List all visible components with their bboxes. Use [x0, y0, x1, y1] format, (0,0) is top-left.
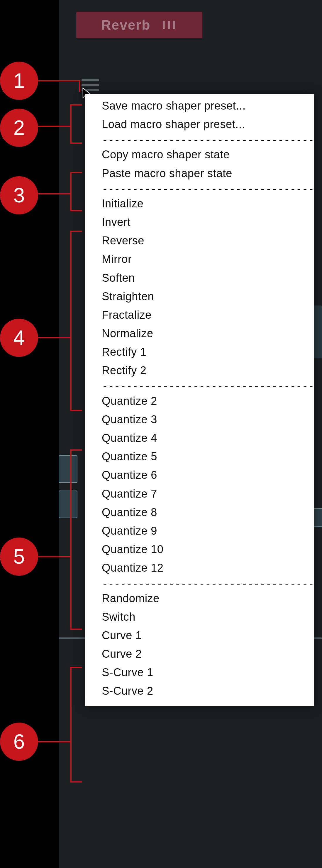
- effect-tab-reverb[interactable]: Reverb III: [76, 12, 202, 38]
- menu-item-straighten[interactable]: Straighten: [85, 287, 314, 306]
- menu-item-quantize-7[interactable]: Quantize 7: [85, 485, 314, 503]
- menu-separator: --------------------------------------: [85, 134, 314, 146]
- menu-separator: --------------------------------------: [85, 578, 314, 589]
- callout-badge: 1: [0, 62, 38, 100]
- callout-3: 3: [0, 175, 94, 216]
- callout-badge: 6: [0, 722, 38, 761]
- menu-item-switch[interactable]: Switch: [85, 608, 314, 626]
- callout-number: 1: [13, 69, 25, 93]
- menu-item-s-curve-2[interactable]: S-Curve 2: [85, 682, 314, 700]
- menu-item-quantize-5[interactable]: Quantize 5: [85, 447, 314, 466]
- menu-item-soften[interactable]: Soften: [85, 269, 314, 287]
- menu-item-quantize-2[interactable]: Quantize 2: [85, 392, 314, 410]
- menu-item-quantize-4[interactable]: Quantize 4: [85, 429, 314, 447]
- menu-item-copy-state[interactable]: Copy macro shaper state: [85, 146, 314, 164]
- menu-item-rectify-2[interactable]: Rectify 2: [85, 361, 314, 380]
- menu-item-save-preset[interactable]: Save macro shaper preset...: [85, 97, 314, 115]
- menu-separator: --------------------------------------: [85, 183, 314, 194]
- callout-number: 2: [13, 116, 25, 140]
- menu-item-invert[interactable]: Invert: [85, 213, 314, 231]
- menu-item-normalize[interactable]: Normalize: [85, 324, 314, 343]
- callout-badge: 4: [0, 319, 38, 357]
- menu-item-s-curve-1[interactable]: S-Curve 1: [85, 663, 314, 682]
- macro-shaper-context-menu: Save macro shaper preset... Load macro s…: [85, 94, 314, 706]
- background-ui-fragment: [59, 491, 77, 518]
- menu-item-randomize[interactable]: Randomize: [85, 589, 314, 608]
- menu-item-initialize[interactable]: Initialize: [85, 194, 314, 213]
- menu-item-quantize-12[interactable]: Quantize 12: [85, 559, 314, 577]
- menu-item-quantize-6[interactable]: Quantize 6: [85, 466, 314, 485]
- callout-badge: 3: [0, 176, 38, 214]
- menu-item-quantize-9[interactable]: Quantize 9: [85, 522, 314, 540]
- menu-item-quantize-8[interactable]: Quantize 8: [85, 503, 314, 522]
- callout-4: 4: [0, 319, 94, 357]
- callout-2: 2: [0, 107, 94, 148]
- menu-item-paste-state[interactable]: Paste macro shaper state: [85, 164, 314, 183]
- callout-number: 4: [13, 326, 25, 349]
- callout-5: 5: [0, 537, 94, 576]
- menu-item-quantize-3[interactable]: Quantize 3: [85, 410, 314, 429]
- menu-item-fractalize[interactable]: Fractalize: [85, 306, 314, 324]
- menu-item-curve-2[interactable]: Curve 2: [85, 645, 314, 663]
- background-ui-fragment: [59, 455, 77, 483]
- menu-item-curve-1[interactable]: Curve 1: [85, 626, 314, 645]
- callout-6: 6: [0, 722, 94, 761]
- callout-1: 1: [0, 62, 94, 100]
- callout-number: 6: [13, 730, 25, 753]
- menu-item-rectify-1[interactable]: Rectify 1: [85, 343, 314, 361]
- menu-separator: --------------------------------------: [85, 380, 314, 392]
- callout-number: 3: [13, 184, 25, 207]
- menu-item-mirror[interactable]: Mirror: [85, 250, 314, 269]
- menu-item-load-preset[interactable]: Load macro shaper preset...: [85, 115, 314, 134]
- callout-badge: 2: [0, 109, 38, 147]
- menu-item-quantize-10[interactable]: Quantize 10: [85, 540, 314, 559]
- callout-badge: 5: [0, 537, 38, 576]
- callout-number: 5: [13, 545, 25, 568]
- effect-tab-grip-icon: III: [162, 19, 177, 32]
- menu-item-reverse[interactable]: Reverse: [85, 231, 314, 250]
- effect-tab-label: Reverb: [101, 17, 150, 33]
